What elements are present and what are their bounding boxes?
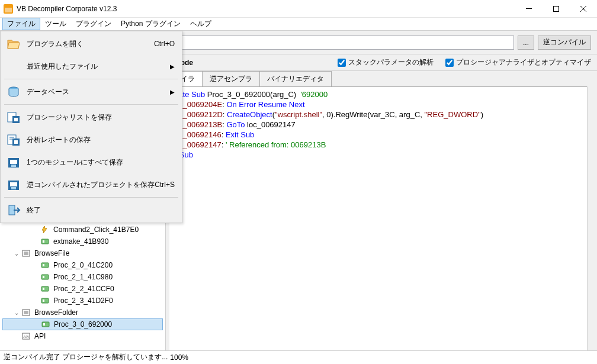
tree-item-label: Proc_2_2_41CCF0 [52,285,115,293]
tree-item[interactable]: Proc_3_0_692000 [2,318,163,330]
code-tab-1[interactable]: 逆アセンブラ [202,71,260,86]
code-line: loc_0069212D: CreateObject("wscript.shel… [173,109,583,120]
app-icon [4,4,13,14]
svg-rect-42 [11,187,16,189]
exit-icon [5,202,22,218]
stack-params-checkbox[interactable]: スタックパラメータの解析 [338,57,434,67]
svg-rect-39 [11,165,16,167]
code-line: loc_0069213B: GoTo loc_00692147 [173,120,583,130]
code-tab-2[interactable]: バイナリエディタ [259,71,332,86]
svg-rect-41 [10,182,17,186]
menu-item-label: データベース [27,87,165,97]
menu-item-3[interactable]: Python プラグイン [116,18,185,30]
menu-separator [4,104,178,105]
proc-analyzer-input[interactable] [445,59,454,67]
tree-item-label: Proc_2_3_41D2F0 [52,297,114,305]
tree-item[interactable]: Proc_2_2_41CCF0 [2,283,163,295]
svg-rect-31 [14,118,18,121]
menubar: ファイルツールプラグインPython プラグインヘルプ [0,18,597,31]
code-line: loc_00692147: ' Referenced from: 0069213… [173,140,583,150]
code-tabs: イラ逆アセンブラバイナリエディタ [169,71,597,86]
file-menu-item-7[interactable]: 1つのモジュールにすべて保存 [2,151,181,173]
module-icon [21,308,31,317]
browse-button[interactable]: ... [518,36,534,50]
tree-item[interactable]: Proc_2_3_41D2F0 [2,295,163,307]
svg-rect-36 [14,140,18,144]
menu-item-label: 分析レポートの保存 [27,135,175,145]
tree-toggle-icon[interactable]: ⌄ [12,250,21,257]
lightning-icon [40,225,50,234]
close-button[interactable] [570,0,597,18]
proc-green-icon [40,237,50,246]
path-input[interactable] [175,36,514,50]
file-menu-item-0[interactable]: プログラムを開くCtrl+O [2,33,181,55]
file-menu-item-6[interactable]: 分析レポートの保存 [2,128,181,151]
menu-separator [4,197,178,198]
menu-item-label: プログラムを開く [27,39,154,49]
svg-rect-16 [41,286,49,291]
folder-open-icon [5,36,22,52]
svg-rect-12 [41,263,49,268]
svg-rect-18 [41,298,49,303]
file-menu-item-8[interactable]: 逆コンパイルされたプロジェクトを保存Ctrl+S [2,173,181,196]
svg-rect-2 [526,8,532,9]
file-menu-item-5[interactable]: プロシージャリストを保存 [2,106,181,128]
scrollbar-gutter[interactable] [587,86,597,350]
tree-item[interactable]: Proc_2_1_41C980 [2,271,163,283]
svg-rect-14 [41,275,49,279]
tree-item-label: API [33,332,47,340]
decompile-button[interactable]: 逆コンパイル [538,36,591,50]
menu-item-label: 逆コンパイルされたプロジェクトを保存 [27,180,155,190]
tree-item[interactable]: APIAPI [2,330,163,342]
main-panel: ... 逆コンパイル Code スタックパラメータの解析 プロシージャアナライザ… [169,31,597,350]
file-menu-item-1[interactable]: 最近使用したファイル▶ [2,55,181,78]
stack-params-input[interactable] [338,59,346,67]
toolbar: ... 逆コンパイル [169,31,597,54]
tree-item[interactable]: ⌄BrowseFile [2,247,163,259]
save-module-icon [5,154,22,170]
tree-item[interactable]: ⌄BrowseFolder [2,307,163,318]
heading-row: Code スタックパラメータの解析 プロシージャアナライザとオプティマイザ [169,54,597,71]
tree-toggle-icon[interactable]: ⌄ [12,310,21,316]
tree-item-label: extmake_41B930 [52,237,110,246]
tree-item-label: Proc_2_1_41C980 [52,273,114,281]
svg-text:API: API [23,335,29,339]
minimize-button[interactable] [515,0,543,18]
svg-rect-7 [43,240,44,243]
menu-item-accel: Ctrl+O [154,40,175,48]
chevron-right-icon: ▶ [170,63,175,70]
proc-analyzer-checkbox[interactable]: プロシージャアナライザとオプティマイザ [445,57,591,67]
menu-item-0[interactable]: ファイル [2,18,40,30]
window-title: VB Decompiler Corporate v12.3 [17,5,515,13]
module-icon [21,249,31,258]
menu-item-1[interactable]: ツール [40,18,71,30]
svg-rect-13 [43,264,44,266]
code-line: d Sub [173,150,583,160]
menu-item-2[interactable]: プラグイン [71,18,116,30]
svg-rect-3 [554,6,559,11]
tree-item[interactable]: extmake_41B930 [2,236,163,247]
window-controls [515,0,597,18]
menu-item-label: 1つのモジュールにすべて保存 [27,157,175,167]
api-icon: API [21,331,31,341]
save-list-icon [5,109,22,125]
status-text: 逆コンパイル完了 プロシージャを解析しています... [4,352,168,362]
tree-item[interactable]: Proc_2_0_41C200 [2,259,163,271]
menu-item-label: 終了 [27,205,175,215]
database-icon [5,83,22,100]
code-area[interactable]: ivate Sub Proc_3_0_692000(arg_C) '692000… [169,86,587,350]
proc-green-icon [40,272,50,282]
blank-icon [5,58,22,75]
svg-rect-19 [43,299,44,302]
save-report-icon [5,131,22,148]
statusbar: 逆コンパイル完了 プロシージャを解析しています... 100% [0,350,597,363]
file-menu-popup: プログラムを開くCtrl+O最近使用したファイル▶データベース▶プロシージャリス… [0,31,182,223]
tree-item[interactable]: Command2_Click_41B7E0 [2,224,163,236]
tree-item-label: BrowseFile [33,249,70,257]
file-menu-item-10[interactable]: 終了 [2,199,181,221]
maximize-button[interactable] [543,0,570,18]
titlebar: VB Decompiler Corporate v12.3 [0,0,597,18]
menu-item-4[interactable]: ヘルプ [185,18,216,30]
file-menu-item-3[interactable]: データベース▶ [2,80,181,103]
code-line: loc_00692146: Exit Sub [173,130,583,140]
